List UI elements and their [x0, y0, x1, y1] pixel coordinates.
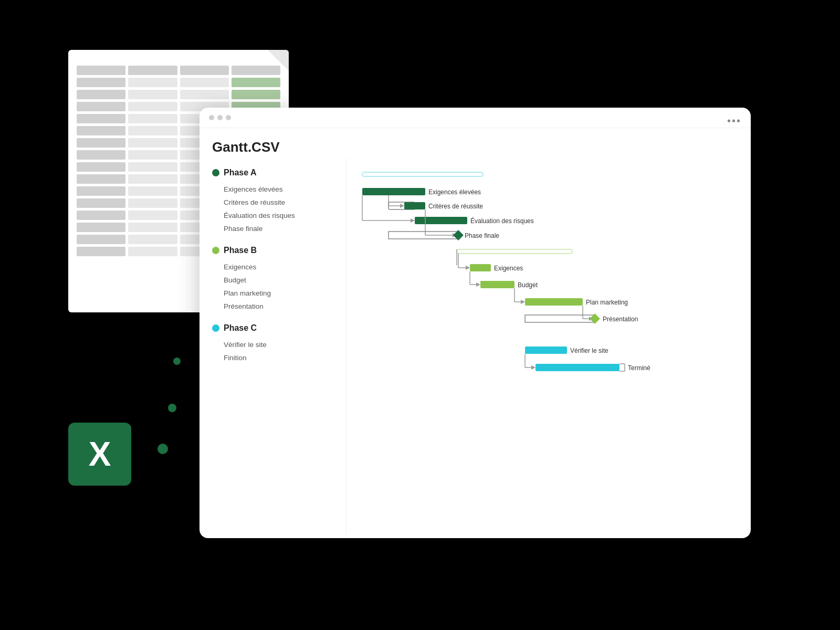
svg-rect-30: [480, 281, 514, 288]
svg-marker-34: [521, 300, 525, 304]
phase-b-dot: [212, 247, 219, 254]
traffic-dot-2: [217, 115, 223, 120]
svg-marker-5: [400, 204, 404, 208]
task-criteres: Critères de réussite: [212, 196, 333, 209]
gantt-chart-inner: Exigences élevées Critères de réussite: [357, 168, 740, 523]
task-plan-marketing: Plan marketing: [212, 287, 333, 300]
svg-rect-7: [404, 202, 425, 209]
svg-rect-21: [457, 249, 572, 254]
phase-a-title: Phase A: [224, 168, 257, 177]
window-title: Gantt.CSV: [212, 139, 280, 155]
task-exigences-elevees: Exigences élevées: [212, 183, 333, 196]
task-phase-finale: Phase finale: [212, 222, 333, 235]
svg-marker-24: [466, 266, 470, 270]
excel-icon: X: [68, 423, 131, 486]
task-budget: Budget: [212, 274, 333, 287]
scene: X ••• Gantt.CSV Phase A Exigences élev: [52, 39, 788, 591]
svg-text:Exigences: Exigences: [494, 265, 523, 272]
excel-letter: X: [89, 435, 111, 474]
task-verifier-site: Vérifier le site: [212, 338, 333, 351]
svg-rect-35: [525, 298, 583, 306]
svg-text:Plan marketing: Plan marketing: [586, 299, 628, 306]
svg-text:Terminé: Terminé: [628, 364, 650, 372]
phase-a-header: Phase A: [212, 168, 333, 177]
svg-text:Critères de réussite: Critères de réussite: [428, 203, 483, 210]
task-finition: Finition: [212, 351, 333, 364]
task-presentation: Présentation: [212, 300, 333, 313]
phase-c-title: Phase C: [224, 323, 257, 333]
svg-text:Évaluation des risques: Évaluation des risques: [470, 217, 534, 225]
decor-dot-2: [158, 444, 168, 454]
gantt-svg: Exigences élevées Critères de réussite: [357, 168, 724, 533]
traffic-dot-3: [226, 115, 231, 120]
decor-dot-3: [173, 358, 181, 365]
gantt-chart: Exigences élevées Critères de réussite: [346, 158, 751, 533]
phase-c-dot: [212, 324, 219, 332]
svg-rect-43: [525, 346, 567, 354]
more-button[interactable]: •••: [727, 115, 741, 127]
titlebar: [200, 108, 751, 128]
phase-b-title: Phase B: [224, 246, 257, 255]
phase-c-header: Phase C: [212, 323, 333, 333]
task-list: Phase A Exigences élevées Critères de ré…: [200, 158, 346, 533]
svg-rect-1: [362, 188, 425, 195]
gantt-window: ••• Gantt.CSV Phase A Exigences élevées …: [200, 108, 751, 538]
svg-text:Phase finale: Phase finale: [465, 232, 499, 239]
svg-marker-29: [476, 282, 480, 287]
svg-rect-25: [470, 264, 491, 271]
task-evaluation: Évaluation des risques: [212, 209, 333, 222]
svg-marker-11: [411, 218, 415, 223]
phase-a-dot: [212, 169, 219, 176]
svg-text:Exigences élevées: Exigences élevées: [428, 188, 481, 196]
svg-text:Vérifier le site: Vérifier le site: [570, 347, 608, 354]
phase-b-header: Phase B: [212, 246, 333, 255]
svg-rect-48: [536, 364, 620, 371]
svg-text:Présentation: Présentation: [603, 316, 638, 323]
traffic-dot-1: [209, 115, 214, 120]
svg-marker-47: [531, 365, 536, 370]
task-exigences: Exigences: [212, 260, 333, 274]
svg-text:Budget: Budget: [518, 281, 538, 289]
svg-rect-12: [415, 217, 467, 224]
decor-dot-1: [168, 404, 176, 412]
svg-rect-0: [362, 172, 483, 176]
